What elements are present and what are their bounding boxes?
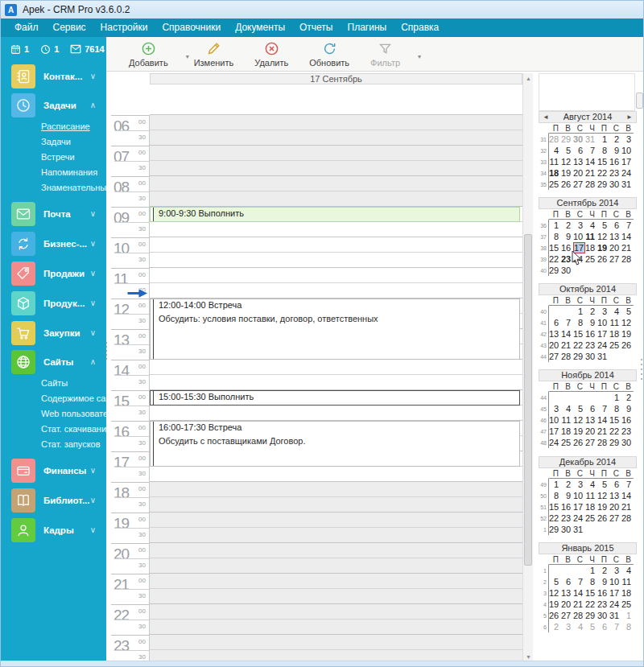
- day-cell[interactable]: 10: [573, 231, 585, 242]
- add-button[interactable]: Добавить: [124, 41, 173, 68]
- day-cell[interactable]: 20: [609, 242, 621, 253]
- day-cell[interactable]: 5: [597, 479, 609, 490]
- day-cell[interactable]: 31: [597, 351, 609, 362]
- calendar-event[interactable]: 16:00-17:30 ВстречаОбсудить с поставщика…: [150, 421, 520, 467]
- day-cell[interactable]: 12: [597, 231, 609, 242]
- sidebar-item-purchases[interactable]: Закупки∨: [1, 318, 106, 348]
- day-cell[interactable]: 2: [609, 134, 621, 145]
- day-cell[interactable]: 29: [597, 179, 609, 190]
- day-cell[interactable]: 6: [609, 479, 621, 490]
- day-cell[interactable]: 3: [549, 403, 561, 414]
- day-cell[interactable]: 9: [621, 403, 634, 414]
- day-cell[interactable]: 22: [609, 426, 621, 437]
- day-cell[interactable]: 11: [561, 414, 573, 426]
- time-slot[interactable]: [150, 620, 522, 635]
- day-cell[interactable]: 15: [549, 242, 561, 253]
- day-cell[interactable]: 19: [561, 167, 573, 179]
- day-cell[interactable]: 8: [597, 145, 609, 156]
- sidebar-subitem[interactable]: Стат. запусков: [1, 437, 106, 452]
- time-slot[interactable]: [150, 115, 522, 130]
- day-cell[interactable]: 18: [621, 587, 634, 599]
- mail-count[interactable]: 7614: [70, 44, 104, 54]
- day-cell[interactable]: 9: [609, 145, 621, 156]
- day-cell[interactable]: 7: [573, 576, 585, 587]
- day-cell[interactable]: 6: [609, 220, 621, 231]
- day-cell[interactable]: 8: [573, 317, 585, 328]
- day-cell[interactable]: 19: [621, 328, 634, 340]
- day-cell[interactable]: 6: [573, 145, 585, 156]
- day-cell[interactable]: 28: [549, 134, 561, 145]
- clock-count[interactable]: 1: [40, 44, 59, 55]
- day-cell[interactable]: 8: [621, 621, 634, 632]
- day-cell[interactable]: 13: [609, 490, 621, 501]
- day-cell[interactable]: 20: [549, 340, 561, 351]
- day-cell[interactable]: 2: [561, 479, 573, 490]
- sidebar-subitem[interactable]: Напоминания: [1, 165, 106, 180]
- day-cell[interactable]: 9: [561, 490, 573, 501]
- day-cell[interactable]: 15: [597, 156, 609, 167]
- day-cell[interactable]: 14: [621, 490, 634, 501]
- scroll-thumb[interactable]: [524, 234, 532, 566]
- day-cell[interactable]: 24: [597, 340, 609, 351]
- day-cell[interactable]: 28: [621, 513, 634, 524]
- calendar-event[interactable]: 12:00-14:00 ВстречаОбсудить: условия пос…: [150, 299, 520, 360]
- day-cell[interactable]: 7: [621, 479, 634, 490]
- sidebar-subitem[interactable]: Стат. скачивания: [1, 422, 106, 437]
- day-cell[interactable]: 27: [585, 437, 597, 448]
- sidebar-item-library[interactable]: Библиот...∨: [1, 485, 106, 515]
- day-cell[interactable]: 17: [549, 426, 561, 437]
- day-cell[interactable]: 25: [585, 253, 597, 265]
- day-cell[interactable]: 18: [561, 426, 573, 437]
- day-cell[interactable]: 12: [621, 317, 634, 328]
- sidebar-subitem[interactable]: Знаменательны...: [1, 180, 106, 196]
- time-slot[interactable]: [150, 237, 522, 253]
- day-cell[interactable]: 13: [609, 231, 621, 242]
- day-cell[interactable]: 1: [597, 134, 609, 145]
- day-cell[interactable]: 18: [585, 242, 597, 253]
- day-cell[interactable]: 12: [597, 490, 609, 501]
- menu-item[interactable]: Настройки: [93, 19, 155, 37]
- sidebar-subitem[interactable]: Расписание: [1, 119, 106, 134]
- day-cell[interactable]: 4: [561, 403, 573, 414]
- day-cell[interactable]: 17: [573, 501, 585, 513]
- day-cell[interactable]: 30: [621, 437, 634, 448]
- filter-dropdown-caret[interactable]: ▾: [418, 53, 421, 60]
- day-cell[interactable]: 12: [573, 414, 585, 426]
- day-cell[interactable]: 19: [597, 501, 609, 513]
- menu-item[interactable]: Документы: [228, 19, 292, 37]
- scheduler-scrollbar[interactable]: ▲ ▼: [522, 73, 533, 662]
- day-cell[interactable]: 28: [573, 610, 585, 621]
- day-cell[interactable]: 21: [561, 340, 573, 351]
- day-cell[interactable]: 24: [549, 437, 561, 448]
- day-cell[interactable]: 1: [549, 479, 561, 490]
- day-cell[interactable]: 9: [585, 317, 597, 328]
- day-cell[interactable]: 4: [585, 220, 597, 231]
- day-cell[interactable]: 16: [585, 328, 597, 340]
- day-cell[interactable]: 1: [585, 565, 597, 576]
- calendar-count[interactable]: 1: [10, 44, 29, 55]
- day-cell[interactable]: 28: [597, 437, 609, 448]
- day-cell[interactable]: 27: [573, 179, 585, 190]
- day-cell[interactable]: 3: [609, 565, 621, 576]
- day-cell[interactable]: 28: [621, 253, 634, 265]
- day-cell[interactable]: 22: [597, 167, 609, 179]
- day-cell[interactable]: 5: [561, 145, 573, 156]
- time-slot[interactable]: [150, 375, 522, 390]
- sidebar-subitem[interactable]: Встречи: [1, 150, 106, 165]
- day-cell[interactable]: 7: [561, 317, 573, 328]
- day-cell[interactable]: 25: [621, 599, 634, 610]
- sidebar-item-business[interactable]: Бизнес-...∨: [1, 229, 106, 258]
- day-cell[interactable]: 7: [597, 403, 609, 414]
- day-cell[interactable]: 23: [609, 167, 621, 179]
- sidebar-subitem[interactable]: Сайты: [1, 376, 106, 391]
- day-cell[interactable]: 30: [609, 179, 621, 190]
- time-slot[interactable]: [150, 253, 522, 268]
- day-cell[interactable]: 1: [573, 306, 585, 317]
- time-slot[interactable]: [150, 482, 522, 497]
- day-cell[interactable]: 21: [573, 599, 585, 610]
- time-slot[interactable]: [150, 543, 522, 558]
- all-day-area[interactable]: [150, 84, 522, 115]
- day-cell[interactable]: 10: [597, 317, 609, 328]
- day-cell[interactable]: 7: [621, 220, 634, 231]
- day-cell[interactable]: 8: [609, 403, 621, 414]
